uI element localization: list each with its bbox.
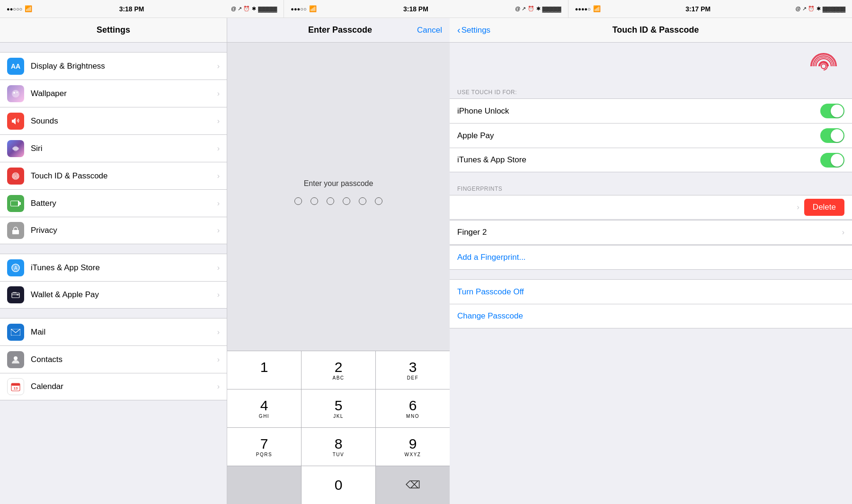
apple-pay-toggle[interactable] (820, 128, 844, 143)
time-left: 3:18 PM (119, 5, 144, 13)
passcode-dot-6 (375, 197, 382, 205)
sidebar-item-itunes[interactable]: A iTunes & App Store › (0, 254, 227, 281)
sidebar-item-battery[interactable]: Battery › (0, 189, 227, 217)
change-passcode-row[interactable]: Change Passcode (450, 304, 852, 328)
sidebar-item-privacy[interactable]: Privacy › (0, 217, 227, 244)
key-0[interactable]: 0 (302, 466, 376, 504)
passcode-dot-1 (294, 197, 302, 205)
chevron-wallet: › (217, 291, 220, 299)
itunes-store-toggle[interactable] (820, 153, 844, 168)
status-left-left: ●●○○○ 📶 (7, 5, 32, 12)
svg-point-0 (12, 90, 19, 97)
wifi-icon-2: 📶 (309, 5, 317, 12)
time-middle: 3:18 PM (403, 5, 428, 13)
keypad-row-2: 4 GHI 5 JKL 6 MNO (227, 389, 450, 427)
key-delete[interactable]: ⌫ (376, 466, 450, 504)
touchid-nav-bar: ‹ Settings Touch ID & Passcode (450, 18, 852, 43)
fingerprints-section: FINGERPRINTS › Delete Finger 2 › Add a F… (450, 182, 852, 270)
status-right-left: @ ↗ ⏰ ✱ ▓▓▓▓▓ (231, 6, 277, 12)
main-content: Settings AA Display & Brightness › Wallp… (0, 18, 852, 504)
location-icon-1: @ ↗ ⏰ (231, 6, 250, 12)
passcode-actions: Turn Passcode Off Change Passcode (450, 279, 852, 328)
chevron-sounds: › (217, 117, 220, 125)
contacts-label: Contacts (31, 355, 214, 364)
touchid-nav-title: Touch ID & Passcode (495, 25, 816, 35)
key-7[interactable]: 7 PQRS (227, 428, 302, 466)
status-bar-middle: ●●●○○ 📶 3:18 PM @ ↗ ⏰ ✱ ▓▓▓▓▓ (284, 0, 568, 18)
passcode-panel: Enter Passcode Cancel Enter your passcod… (227, 18, 450, 504)
back-button[interactable]: ‹ Settings (457, 25, 490, 35)
chevron-mail: › (217, 328, 220, 336)
key-2[interactable]: 2 ABC (302, 351, 376, 389)
key-8[interactable]: 8 TUV (302, 428, 376, 466)
delete-icon: ⌫ (406, 479, 420, 491)
sidebar-item-display[interactable]: AA Display & Brightness › (0, 52, 227, 80)
battery-icon-3: ▓▓▓▓▓▓ (823, 6, 845, 12)
svg-point-19 (14, 356, 18, 360)
touchid-icon (7, 168, 24, 185)
touchid-panel: ‹ Settings Touch ID & Passcode USE (450, 18, 852, 504)
location-icon-3: @ ↗ ⏰ (796, 6, 815, 12)
svg-point-23 (821, 64, 826, 69)
svg-point-8 (15, 175, 17, 177)
chevron-battery: › (217, 199, 220, 208)
chevron-calendar: › (217, 382, 220, 391)
change-passcode-label: Change Passcode (457, 311, 523, 321)
key-5[interactable]: 5 JKL (302, 389, 376, 427)
key-6[interactable]: 6 MNO (376, 389, 450, 427)
sidebar-item-sounds[interactable]: Sounds › (0, 107, 227, 134)
itunes-store-label: iTunes & App Store (457, 155, 820, 165)
wallet-icon (7, 286, 24, 303)
sidebar-item-mail[interactable]: Mail › (0, 318, 227, 345)
delete-fingerprint-button[interactable]: Delete (804, 199, 844, 216)
passcode-dot-2 (311, 197, 318, 205)
battery-icon-row (7, 195, 24, 212)
sidebar-item-wallpaper[interactable]: Wallpaper › (0, 80, 227, 107)
cancel-button[interactable]: Cancel (417, 26, 442, 35)
fingerprints-section-header: FINGERPRINTS (450, 182, 852, 195)
status-left-right: ●●●●○ 📶 (575, 5, 601, 12)
wallet-label: Wallet & Apple Pay (31, 290, 214, 300)
chevron-wallpaper: › (217, 89, 220, 98)
chevron-privacy: › (217, 226, 220, 235)
svg-rect-21 (11, 383, 20, 386)
toggle-thumb-3 (831, 154, 843, 167)
iphone-unlock-toggle[interactable] (820, 104, 844, 118)
touchid-section-header: USE TOUCH ID FOR: (450, 85, 852, 98)
sidebar-item-calendar[interactable]: 13 Calendar › (0, 373, 227, 400)
display-label: Display & Brightness (31, 62, 214, 71)
itunes-icon: A (7, 259, 24, 276)
finger-2-row[interactable]: Finger 2 › (450, 220, 852, 245)
svg-rect-12 (12, 230, 19, 234)
bluetooth-icon-3: ✱ (816, 6, 821, 12)
key-4[interactable]: 4 GHI (227, 389, 302, 427)
battery-icon-1: ▓▓▓▓▓ (258, 6, 277, 12)
signal-dots-2: ●●●○○ (291, 6, 306, 12)
chevron-siri: › (217, 144, 220, 153)
delete-button-label: Delete (813, 203, 836, 212)
settings-group-2: A iTunes & App Store › Wallet & Apple Pa… (0, 254, 227, 309)
passcode-dots (294, 197, 382, 205)
finger-2-chevron-icon: › (842, 228, 844, 237)
chevron-itunes: › (217, 264, 220, 272)
sidebar-item-siri[interactable]: Siri › (0, 134, 227, 162)
status-bar-right: ●●●●○ 📶 3:17 PM @ ↗ ⏰ ✱ ▓▓▓▓▓▓ (568, 0, 852, 18)
sidebar-item-touchid[interactable]: Touch ID & Passcode › (0, 162, 227, 189)
key-9[interactable]: 9 WXYZ (376, 428, 450, 466)
keypad-row-3: 7 PQRS 8 TUV 9 WXYZ (227, 427, 450, 466)
passcode-prompt: Enter your passcode (304, 179, 373, 188)
key-3[interactable]: 3 DEF (376, 351, 450, 389)
sidebar-item-contacts[interactable]: Contacts › (0, 345, 227, 373)
finger-1-row: › Delete (450, 195, 852, 220)
add-fingerprint-row[interactable]: Add a Fingerprint... (450, 245, 852, 270)
sidebar-item-wallet[interactable]: Wallet & Apple Pay › (0, 281, 227, 309)
add-fingerprint-button[interactable]: Add a Fingerprint... (457, 253, 526, 262)
keypad: 1 2 ABC 3 DEF 4 GHI 5 (227, 351, 450, 504)
svg-point-1 (13, 92, 15, 94)
passcode-entry-area: Enter your passcode (227, 43, 450, 351)
svg-rect-10 (19, 202, 21, 205)
toggle-row-itunes-store: iTunes & App Store (450, 148, 852, 172)
location-icon-2: @ ↗ ⏰ (515, 6, 534, 12)
key-1[interactable]: 1 (227, 351, 302, 389)
turn-passcode-off-row[interactable]: Turn Passcode Off (450, 279, 852, 304)
